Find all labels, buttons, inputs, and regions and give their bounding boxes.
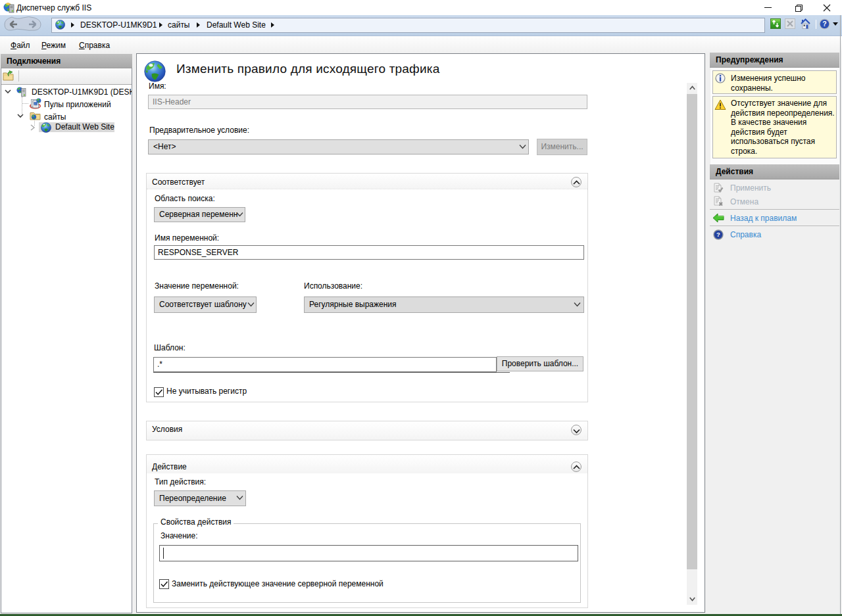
svg-text:?: ? <box>822 20 826 28</box>
svg-text:?: ? <box>716 231 720 238</box>
